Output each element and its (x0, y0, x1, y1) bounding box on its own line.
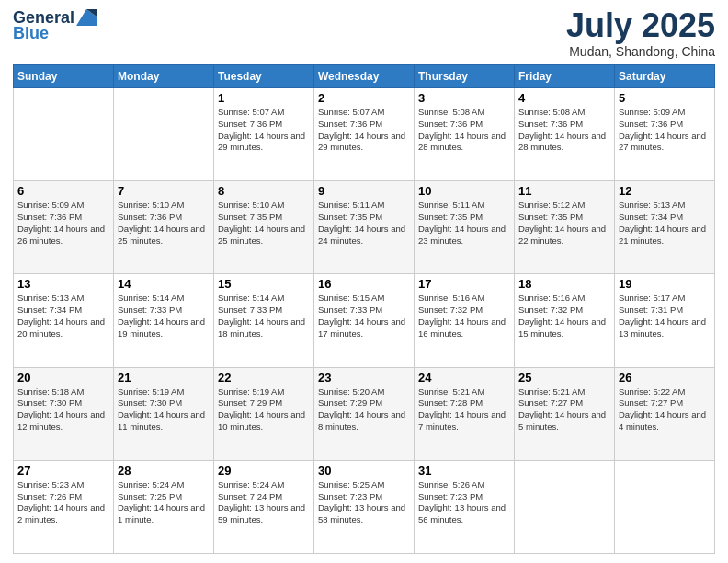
calendar-cell: 13Sunrise: 5:13 AM Sunset: 7:34 PM Dayli… (14, 274, 114, 367)
calendar-cell: 1Sunrise: 5:07 AM Sunset: 7:36 PM Daylig… (214, 88, 314, 181)
day-number: 6 (17, 184, 109, 198)
calendar-cell: 19Sunrise: 5:17 AM Sunset: 7:31 PM Dayli… (615, 274, 715, 367)
calendar-cell: 31Sunrise: 5:26 AM Sunset: 7:23 PM Dayli… (415, 460, 515, 553)
weekday-header: Saturday (615, 65, 715, 88)
calendar-week-row: 1Sunrise: 5:07 AM Sunset: 7:36 PM Daylig… (14, 88, 715, 181)
day-number: 24 (418, 371, 510, 385)
calendar-cell (114, 88, 214, 181)
day-number: 11 (518, 184, 610, 198)
calendar-cell: 23Sunrise: 5:20 AM Sunset: 7:29 PM Dayli… (314, 367, 415, 460)
calendar-cell: 5Sunrise: 5:09 AM Sunset: 7:36 PM Daylig… (615, 88, 715, 181)
calendar-week-row: 27Sunrise: 5:23 AM Sunset: 7:26 PM Dayli… (14, 460, 715, 553)
day-number: 9 (318, 184, 410, 198)
day-info: Sunrise: 5:07 AM Sunset: 7:36 PM Dayligh… (318, 107, 410, 154)
calendar-cell: 22Sunrise: 5:19 AM Sunset: 7:29 PM Dayli… (214, 367, 314, 460)
day-number: 14 (118, 277, 210, 291)
day-number: 10 (418, 184, 510, 198)
calendar-cell: 18Sunrise: 5:16 AM Sunset: 7:32 PM Dayli… (515, 274, 615, 367)
day-info: Sunrise: 5:21 AM Sunset: 7:28 PM Dayligh… (418, 386, 510, 433)
day-number: 19 (619, 277, 711, 291)
weekday-header: Wednesday (314, 65, 415, 88)
day-info: Sunrise: 5:10 AM Sunset: 7:36 PM Dayligh… (118, 200, 210, 247)
day-number: 15 (218, 277, 310, 291)
day-info: Sunrise: 5:08 AM Sunset: 7:36 PM Dayligh… (518, 107, 610, 154)
logo: General Blue (13, 9, 97, 43)
day-info: Sunrise: 5:11 AM Sunset: 7:35 PM Dayligh… (318, 200, 410, 247)
day-info: Sunrise: 5:13 AM Sunset: 7:34 PM Dayligh… (619, 200, 711, 247)
logo-blue-text: Blue (13, 24, 49, 43)
day-number: 16 (318, 277, 410, 291)
weekday-header: Tuesday (214, 65, 314, 88)
location: Mudan, Shandong, China (566, 44, 715, 59)
calendar-cell: 14Sunrise: 5:14 AM Sunset: 7:33 PM Dayli… (114, 274, 214, 367)
calendar-cell: 6Sunrise: 5:09 AM Sunset: 7:36 PM Daylig… (14, 181, 114, 274)
calendar-cell: 12Sunrise: 5:13 AM Sunset: 7:34 PM Dayli… (615, 181, 715, 274)
calendar-week-row: 6Sunrise: 5:09 AM Sunset: 7:36 PM Daylig… (14, 181, 715, 274)
day-info: Sunrise: 5:09 AM Sunset: 7:36 PM Dayligh… (619, 107, 711, 154)
calendar-cell (14, 88, 114, 181)
day-number: 30 (318, 464, 410, 477)
day-info: Sunrise: 5:07 AM Sunset: 7:36 PM Dayligh… (218, 107, 310, 154)
calendar-cell (515, 460, 615, 553)
day-info: Sunrise: 5:15 AM Sunset: 7:33 PM Dayligh… (318, 293, 410, 339)
day-number: 13 (17, 277, 109, 291)
weekday-header: Monday (114, 65, 214, 88)
calendar-week-row: 20Sunrise: 5:18 AM Sunset: 7:30 PM Dayli… (14, 367, 715, 460)
calendar-cell: 3Sunrise: 5:08 AM Sunset: 7:36 PM Daylig… (415, 88, 515, 181)
calendar-cell: 28Sunrise: 5:24 AM Sunset: 7:25 PM Dayli… (114, 460, 214, 553)
day-info: Sunrise: 5:16 AM Sunset: 7:32 PM Dayligh… (518, 293, 610, 339)
calendar-cell: 24Sunrise: 5:21 AM Sunset: 7:28 PM Dayli… (415, 367, 515, 460)
day-info: Sunrise: 5:08 AM Sunset: 7:36 PM Dayligh… (418, 107, 510, 154)
day-number: 12 (619, 184, 711, 198)
calendar-cell: 20Sunrise: 5:18 AM Sunset: 7:30 PM Dayli… (14, 367, 114, 460)
calendar-cell: 26Sunrise: 5:22 AM Sunset: 7:27 PM Dayli… (615, 367, 715, 460)
calendar-cell: 29Sunrise: 5:24 AM Sunset: 7:24 PM Dayli… (214, 460, 314, 553)
calendar-cell: 27Sunrise: 5:23 AM Sunset: 7:26 PM Dayli… (14, 460, 114, 553)
day-number: 17 (418, 277, 510, 291)
day-info: Sunrise: 5:14 AM Sunset: 7:33 PM Dayligh… (118, 293, 210, 339)
day-info: Sunrise: 5:19 AM Sunset: 7:30 PM Dayligh… (118, 386, 210, 433)
day-info: Sunrise: 5:10 AM Sunset: 7:35 PM Dayligh… (218, 200, 310, 247)
calendar-cell: 16Sunrise: 5:15 AM Sunset: 7:33 PM Dayli… (314, 274, 415, 367)
day-number: 4 (518, 91, 610, 105)
day-number: 21 (118, 371, 210, 385)
day-number: 8 (218, 184, 310, 198)
day-info: Sunrise: 5:22 AM Sunset: 7:27 PM Dayligh… (619, 386, 711, 433)
day-info: Sunrise: 5:20 AM Sunset: 7:29 PM Dayligh… (318, 386, 410, 433)
day-number: 23 (318, 371, 410, 385)
day-info: Sunrise: 5:11 AM Sunset: 7:35 PM Dayligh… (418, 200, 510, 247)
day-info: Sunrise: 5:26 AM Sunset: 7:23 PM Dayligh… (418, 479, 510, 526)
calendar-cell (615, 460, 715, 553)
day-number: 26 (619, 371, 711, 385)
calendar-cell: 2Sunrise: 5:07 AM Sunset: 7:36 PM Daylig… (314, 88, 415, 181)
weekday-header: Sunday (14, 65, 114, 88)
day-info: Sunrise: 5:24 AM Sunset: 7:24 PM Dayligh… (218, 479, 310, 526)
calendar-cell: 11Sunrise: 5:12 AM Sunset: 7:35 PM Dayli… (515, 181, 615, 274)
weekday-header-row: SundayMondayTuesdayWednesdayThursdayFrid… (14, 65, 715, 88)
weekday-header: Thursday (415, 65, 515, 88)
day-info: Sunrise: 5:13 AM Sunset: 7:34 PM Dayligh… (17, 293, 109, 339)
day-number: 20 (17, 371, 109, 385)
day-number: 22 (218, 371, 310, 385)
calendar-cell: 8Sunrise: 5:10 AM Sunset: 7:35 PM Daylig… (214, 181, 314, 274)
day-info: Sunrise: 5:24 AM Sunset: 7:25 PM Dayligh… (118, 479, 210, 526)
day-number: 28 (118, 464, 210, 477)
day-info: Sunrise: 5:12 AM Sunset: 7:35 PM Dayligh… (518, 200, 610, 247)
day-number: 29 (218, 464, 310, 477)
day-info: Sunrise: 5:18 AM Sunset: 7:30 PM Dayligh… (17, 386, 109, 433)
calendar-cell: 4Sunrise: 5:08 AM Sunset: 7:36 PM Daylig… (515, 88, 615, 181)
calendar-table: SundayMondayTuesdayWednesdayThursdayFrid… (13, 64, 715, 554)
day-number: 2 (318, 91, 410, 105)
day-info: Sunrise: 5:14 AM Sunset: 7:33 PM Dayligh… (218, 293, 310, 339)
calendar-week-row: 13Sunrise: 5:13 AM Sunset: 7:34 PM Dayli… (14, 274, 715, 367)
title-area: July 2025 Mudan, Shandong, China (566, 9, 715, 59)
day-info: Sunrise: 5:16 AM Sunset: 7:32 PM Dayligh… (418, 293, 510, 339)
day-info: Sunrise: 5:19 AM Sunset: 7:29 PM Dayligh… (218, 386, 310, 433)
calendar-cell: 9Sunrise: 5:11 AM Sunset: 7:35 PM Daylig… (314, 181, 415, 274)
weekday-header: Friday (515, 65, 615, 88)
day-info: Sunrise: 5:21 AM Sunset: 7:27 PM Dayligh… (518, 386, 610, 433)
calendar-cell: 30Sunrise: 5:25 AM Sunset: 7:23 PM Dayli… (314, 460, 415, 553)
day-info: Sunrise: 5:23 AM Sunset: 7:26 PM Dayligh… (17, 479, 109, 526)
calendar-cell: 17Sunrise: 5:16 AM Sunset: 7:32 PM Dayli… (415, 274, 515, 367)
day-number: 25 (518, 371, 610, 385)
